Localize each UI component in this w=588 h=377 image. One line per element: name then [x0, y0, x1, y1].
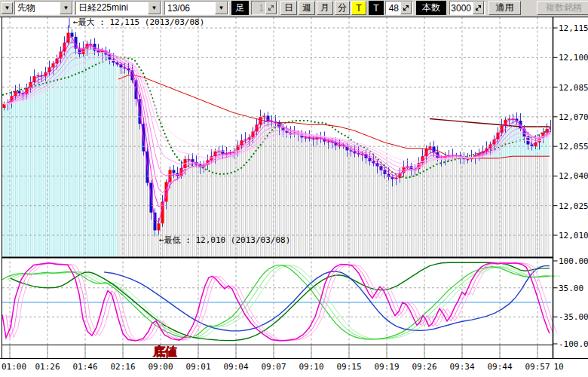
price-tick-label: 12,040: [559, 171, 588, 181]
period-month-button[interactable]: 月: [317, 1, 333, 15]
chevron-down-icon[interactable]: ▼: [215, 2, 228, 14]
time-tick-label: 09:04: [223, 362, 248, 372]
diagonal-spinner-icon: [265, 2, 277, 14]
time-tick-label: 01:26: [35, 362, 60, 372]
day-session-fill: [118, 65, 550, 257]
time-tick-label: 02:16: [110, 362, 135, 372]
interval-stepper: 1: [251, 1, 278, 15]
diagonal-spinner-icon[interactable]: [400, 2, 412, 14]
time-axis-labels: 01:0001:2601:4602:1609:0009:0109:0409:07…: [2, 362, 564, 372]
symbol-select-value: 日経225mini: [76, 2, 147, 14]
period-tick-button[interactable]: T: [351, 1, 366, 15]
time-tick-label: 09:34: [449, 362, 474, 372]
time-tick-label: 09:44: [487, 362, 512, 372]
contract-select-value: 13/06: [165, 3, 214, 14]
time-tick-label: 09:15: [336, 362, 361, 372]
chart-area: 12,11512,10012,08512,07012,05512,04012,0…: [0, 0, 588, 377]
oscillator-tick-label: 100.00: [559, 256, 588, 266]
bar-count-value: 3000: [450, 3, 472, 14]
price-tick-label: 12,085: [559, 83, 588, 93]
price-axis-labels: 12,11512,10012,08512,07012,05512,04012,0…: [559, 23, 588, 349]
symbol-select[interactable]: 日経225mini ▼: [75, 1, 162, 15]
price-tick-label: 12,010: [559, 231, 588, 241]
contract-select[interactable]: 13/06 ▼: [164, 1, 229, 15]
multi-symbol-button[interactable]: 複数銘柄: [537, 1, 588, 15]
time-tick-label: 09:10: [299, 362, 323, 372]
time-tick-label: 09:19: [374, 362, 399, 372]
oscillator-tick-label: -100.00: [559, 339, 588, 349]
price-tick-label: 12,025: [559, 201, 588, 211]
price-tick-label: 12,070: [559, 112, 588, 122]
corner-dropdown-button[interactable]: ▼: [2, 2, 13, 14]
chevron-down-icon: ▼: [5, 5, 11, 11]
time-tick-label: 01:00: [2, 362, 26, 372]
category-select[interactable]: 先物 ▼: [14, 1, 74, 15]
price-tick-label: 12,055: [559, 142, 588, 152]
tick-count-label: T: [369, 1, 384, 15]
period-minute-button[interactable]: 分: [335, 1, 350, 15]
time-tick-label: 09:00: [148, 362, 173, 372]
bar-type-label: 足: [231, 1, 249, 15]
tick-count-stepper[interactable]: 48: [385, 1, 413, 15]
diagonal-spinner-icon[interactable]: [473, 2, 484, 14]
x-tick-strip: [10, 345, 537, 358]
oscillator-blue: [104, 266, 550, 331]
time-tick-label: 09:57: [525, 362, 550, 372]
period-day-button[interactable]: 日: [280, 1, 297, 15]
maroon-level-line: [430, 119, 550, 127]
category-select-value: 先物: [15, 2, 59, 14]
bottom-price-label: 底値: [152, 345, 177, 358]
max-price-annotation: ←最大 : 12,115 (2013/03/08): [73, 17, 204, 27]
time-tick-label: 01:46: [72, 362, 97, 372]
time-tick-label: 09:01: [185, 362, 210, 372]
apply-button[interactable]: 適用: [488, 1, 521, 15]
chevron-down-icon[interactable]: ▼: [60, 2, 72, 14]
night-session-fill: [2, 32, 118, 257]
chart-canvas[interactable]: 12,11512,10012,08512,07012,05512,04012,0…: [0, 0, 588, 377]
oscillator-tick-label: 35.00: [559, 284, 583, 293]
price-tick-label: 12,115: [559, 23, 588, 33]
price-tick-label: 12,100: [559, 53, 588, 63]
time-tick-label: 09:07: [261, 362, 286, 372]
min-price-annotation: ←最低 : 12,010 (2013/03/08): [159, 235, 290, 245]
bar-count-label: 本数: [416, 1, 446, 15]
period-week-button[interactable]: 週: [299, 1, 315, 15]
bar-count-stepper[interactable]: 3000: [449, 1, 485, 15]
oscillator-panel: [2, 262, 560, 341]
oscillator-tick-label: -35.00: [559, 312, 588, 322]
chevron-down-icon[interactable]: ▼: [148, 2, 161, 14]
toolbar: ▼ 先物 ▼ 日経225mini ▼ 13/06 ▼ 足 1 日 週 月 分 T…: [0, 0, 588, 17]
time-tick-label: 09:26: [412, 362, 436, 372]
interval-value: 1: [252, 3, 265, 14]
time-tick-label: 10: [553, 362, 563, 372]
tick-count-value: 48: [386, 3, 400, 14]
main-panel: [2, 26, 553, 258]
